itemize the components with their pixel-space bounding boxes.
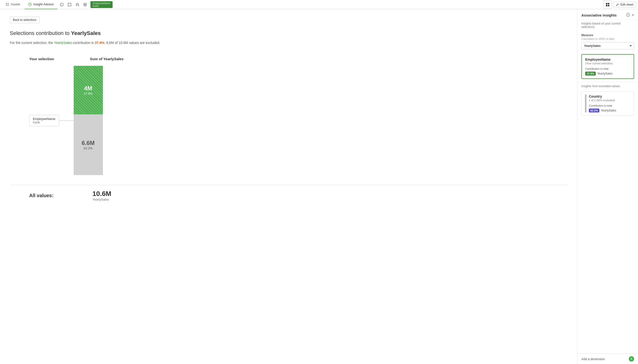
panel-close-button[interactable]: × <box>631 13 634 18</box>
shrink-icon <box>75 2 80 7</box>
bar-green-pct: 37.8% <box>84 92 93 96</box>
svg-rect-9 <box>606 5 607 6</box>
right-panel: Associative insights ? × Insights based … <box>577 9 638 364</box>
bar-gray: 6.6M 62.2% <box>74 114 103 175</box>
excluded-contrib-row: 62.2% YearlySales <box>589 108 630 112</box>
assets-tab[interactable]: Assets <box>2 0 24 9</box>
current-contrib-label: Contribution to total <box>585 67 630 70</box>
info-icon: ? <box>626 13 630 17</box>
description: For the current selection, the YearlySal… <box>10 41 567 45</box>
edit-sheet-label: Edit sheet <box>620 3 633 6</box>
sum-label: Sum of YearlySales <box>90 57 123 61</box>
current-selection-card[interactable]: EmployeeName (Your current selection) Co… <box>581 54 634 79</box>
desc-pct: 37.8% <box>95 41 105 45</box>
all-values-row: All values: 10.6M YearlySales <box>10 185 567 201</box>
excluded-card-title: Country <box>589 94 630 98</box>
top-nav: Assets Insight Advisor EmployeeName Ka <box>0 0 638 9</box>
desc-field: YearlySales <box>54 41 72 45</box>
measure-sublabel: Calculated on 100% of data <box>581 38 634 40</box>
assets-label: Assets <box>11 2 20 6</box>
expand-icon-btn[interactable] <box>66 1 73 8</box>
excluded-card[interactable]: Country 1 of 2 (50% excluded) Contributi… <box>581 91 634 116</box>
desc-suffix: . 6.6M of 10.6M values are excluded. <box>104 41 160 45</box>
svg-rect-2 <box>6 4 7 6</box>
excluded-contrib-badge: 62.2% <box>589 108 599 112</box>
panel-subtitle: Insights based on your current selection… <box>577 20 638 32</box>
bar-chart: 4M 37.8% 6.6M 62.2% <box>74 66 103 175</box>
lasso-icon-btn[interactable] <box>58 1 65 8</box>
bar-green-value: 4M <box>84 85 92 92</box>
lasso-icon <box>60 2 64 7</box>
svg-rect-8 <box>608 3 609 4</box>
svg-point-5 <box>84 3 87 6</box>
selection-chip-value: Kasie <box>93 4 110 7</box>
all-values-label: All values: <box>29 193 78 198</box>
measure-label: Measure <box>581 34 634 37</box>
selection-box: EmployeeName Kasie <box>29 115 59 126</box>
bar-gray-value: 6.6M <box>82 140 95 146</box>
svg-text:?: ? <box>627 14 629 16</box>
sel-value: Kasie <box>33 121 55 124</box>
panel-spacer <box>577 118 638 354</box>
current-contrib-measure: YearlySales <box>597 72 612 75</box>
insight-advisor-label: Insight Advisor <box>33 2 54 6</box>
excluded-card-content: Country 1 of 2 (50% excluded) Contributi… <box>589 94 630 112</box>
page-title-measure: YearlySales <box>71 30 101 36</box>
add-dimension-label: Add a dimension <box>581 357 605 361</box>
target-icon-btn[interactable] <box>82 1 89 8</box>
expand-icon <box>67 2 72 7</box>
insight-icon <box>28 2 32 6</box>
main-content: Back to selections Selections contributi… <box>0 9 577 364</box>
bar-green: 4M 37.8% <box>74 66 103 114</box>
current-card-subtitle: (Your current selection) <box>585 62 630 65</box>
back-button-label: Back to selections <box>13 18 37 22</box>
bar-gray-pct: 62.2% <box>84 146 93 150</box>
grid-view-btn[interactable] <box>603 0 612 9</box>
top-nav-right: Edit sheet <box>603 0 636 9</box>
current-card-title: EmployeeName <box>585 58 630 62</box>
connector-line <box>59 120 74 121</box>
panel-header-icons: ? × <box>626 13 634 18</box>
excluded-contrib-label: Contribution to total <box>589 104 630 107</box>
insight-advisor-tab[interactable]: Insight Advisor <box>25 0 57 9</box>
chart-area: Your selection Sum of YearlySales Employ… <box>10 57 567 175</box>
all-values-data: 10.6M YearlySales <box>92 190 111 201</box>
all-values-sub: YearlySales <box>92 198 111 201</box>
edit-sheet-button[interactable]: Edit sheet <box>613 2 636 8</box>
panel-title: Associative insights <box>581 13 617 17</box>
main-layout: Back to selections Selections contributi… <box>0 9 638 364</box>
svg-rect-3 <box>8 4 9 6</box>
desc-prefix: For the current selection, the <box>10 41 54 45</box>
measure-section: Measure Calculated on 100% of data Yearl… <box>577 32 638 52</box>
svg-rect-0 <box>6 3 7 4</box>
target-icon <box>83 2 87 7</box>
add-dimension-row[interactable]: Add a dimension + <box>577 354 638 364</box>
shrink-icon-btn[interactable] <box>74 1 81 8</box>
selection-label: Your selection <box>29 57 78 61</box>
add-dimension-button[interactable]: + <box>629 356 634 362</box>
excluded-card-inner: Country 1 of 2 (50% excluded) Contributi… <box>585 94 630 112</box>
all-values-number: 10.6M <box>92 190 111 198</box>
current-contrib-row: 37.8% YearlySales <box>585 72 630 76</box>
excluded-bar-indicator <box>585 94 586 112</box>
excluded-section-label: Insights from excluded values: <box>577 82 638 89</box>
svg-rect-1 <box>8 3 9 4</box>
measure-select[interactable]: YearlySales <box>581 42 634 49</box>
excluded-card-subtitle: 1 of 2 (50% excluded) <box>589 99 630 102</box>
panel-info-button[interactable]: ? <box>626 13 630 18</box>
current-contrib-badge: 37.8% <box>585 72 596 76</box>
pencil-icon <box>616 3 619 6</box>
grid-icon <box>605 2 610 7</box>
selection-chip-field: EmployeeName <box>93 2 110 4</box>
svg-point-6 <box>85 4 86 5</box>
sel-field: EmployeeName <box>33 117 55 121</box>
excluded-contrib-measure: YearlySales <box>601 109 616 112</box>
selection-chip[interactable]: EmployeeName Kasie <box>90 1 113 8</box>
svg-rect-10 <box>608 5 609 6</box>
desc-middle: contribution is <box>72 41 95 45</box>
panel-header: Associative insights ? × <box>577 9 638 20</box>
back-to-selections-button[interactable]: Back to selections <box>10 16 40 23</box>
page-title-prefix: Selections contribution to <box>10 30 71 36</box>
svg-rect-7 <box>606 3 607 4</box>
assets-icon <box>5 2 9 6</box>
